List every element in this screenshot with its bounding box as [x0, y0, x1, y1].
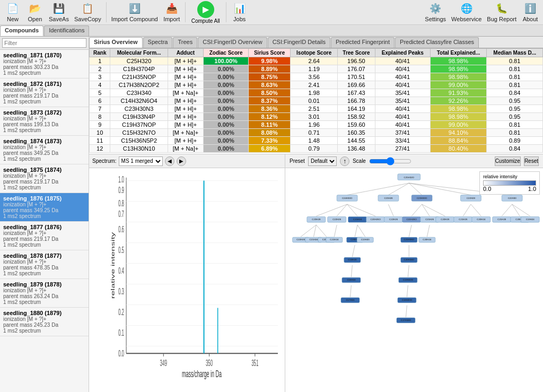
compound-mass: parent mass 263.24 Da: [3, 293, 85, 299]
about-icon: ℹ️: [524, 2, 537, 15]
table-row[interactable]: 8 C19H33N4P [M + H]+ 0.00% 8.12% 3.01 15…: [90, 113, 543, 121]
cell-adduct: [M + H]+: [168, 97, 204, 105]
cell-isotope: 3.56: [291, 73, 338, 81]
compound-item[interactable]: seedling_1875 (1874) ionization [M + ?]+…: [0, 164, 89, 193]
svg-text:0.1: 0.1: [118, 328, 124, 338]
table-row[interactable]: 5 C23H340 [M + Na]+ 0.00% 8.50% 1.98 167…: [90, 89, 543, 97]
filter-row: [0, 37, 89, 50]
table-row[interactable]: 9 C19H37NOP [M + H]+ 0.00% 8.11% 1.96 15…: [90, 121, 543, 129]
col-explained: Explained Peaks: [375, 49, 430, 57]
settings-icon: ⚙️: [429, 2, 442, 15]
compound-item[interactable]: seedling_1876 (1875) ionization [M + ?]+…: [0, 193, 89, 222]
cell-formula: C19H37NOP: [110, 121, 168, 129]
table-row[interactable]: 11 C15H36N5P2 [M + H]+ 0.00% 7.33% 1.48 …: [90, 137, 543, 145]
cell-isotope: 2.64: [291, 57, 338, 65]
cell-explained: 40/41: [375, 57, 430, 65]
compute-all-button[interactable]: ▶ Compute All: [188, 0, 223, 25]
compound-item[interactable]: seedling_1878 (1877) ionization [M + ?]+…: [0, 250, 89, 279]
cell-adduct: [M + H]+: [168, 81, 204, 89]
tab-spectra[interactable]: Spectra: [143, 37, 173, 48]
compound-ion: ionization [M + ?]+: [3, 173, 85, 179]
table-row[interactable]: 4 C17H38N2OP2 [M + H]+ 0.00% 8.63% 2.41 …: [90, 81, 543, 89]
svg-text:C20H24: C20H24: [477, 218, 486, 221]
compound-item[interactable]: seedling_1879 (1878) ionization [M + ?]+…: [0, 279, 89, 308]
compound-ion: ionization [M + ?]+: [3, 58, 85, 64]
spectrum-mode-select[interactable]: MS 1 merged MS 2 MS 1: [119, 156, 163, 166]
cell-isotope: 0.79: [291, 145, 338, 153]
compound-item[interactable]: seedling_1874 (1873) ionization [M + ?]+…: [0, 136, 89, 164]
cell-median: 0.84: [487, 145, 543, 153]
spectrum-svg: 0.0 0.1 0.2 0.3 0.4 0.5 0.6 0.7 0.8 0.9 …: [110, 172, 281, 379]
svg-text:C19H24: C19H24: [526, 218, 535, 221]
table-row[interactable]: 7 C23H30N3 [M + H]+ 0.00% 8.36% 2.51 164…: [90, 105, 543, 113]
webservice-button[interactable]: 🌐 Webservice: [449, 1, 484, 24]
cell-total-explained: 80.40%: [430, 145, 487, 153]
cell-median: 0.81: [487, 57, 543, 65]
settings-button[interactable]: ⚙️ Settings: [423, 1, 448, 24]
col-median: Median Mass D...: [487, 49, 543, 57]
table-row[interactable]: 2 C18H3704P [M + H]+ 0.00% 8.89% 1.19 17…: [90, 65, 543, 73]
svg-text:C22H26: C22H26: [332, 218, 341, 221]
tab-sirius-overview[interactable]: Sirius Overview: [89, 37, 143, 48]
compound-item[interactable]: seedling_1872 (1871) ionization [M + ?]+…: [0, 79, 89, 107]
spectrum-prev-button[interactable]: ◀: [165, 156, 174, 166]
compound-name: seedling_1880 (1879): [3, 310, 85, 316]
cell-isotope: 1.19: [291, 65, 338, 73]
compound-item[interactable]: seedling_1871 (1870) ionization [M + ?]+…: [0, 50, 89, 79]
svg-text:C18H20O: C18H20O: [402, 299, 413, 301]
cell-rank: 2: [90, 65, 110, 73]
customize-button[interactable]: Customize: [495, 156, 521, 166]
tab-trees[interactable]: Trees: [173, 37, 197, 48]
cell-adduct: [M + Na]+: [168, 89, 204, 97]
filter-input[interactable]: [2, 38, 86, 48]
open-button[interactable]: 📂 Open: [24, 1, 46, 24]
cell-total-explained: 98.98%: [430, 105, 487, 113]
tab-compounds[interactable]: Compounds: [0, 25, 43, 36]
import-button[interactable]: 📥 Import: [161, 1, 182, 24]
compound-spectra: 1 ms2 spectrum: [3, 299, 85, 305]
webservice-icon: 🌐: [460, 2, 473, 15]
spectrum-next-button[interactable]: ▶: [177, 156, 186, 166]
bug-report-button[interactable]: 🐛 Bug Report: [485, 1, 519, 24]
tab-predicted-fingerprint[interactable]: Predicted Fingerprint: [331, 37, 395, 48]
compound-item[interactable]: seedling_1873 (1872) ionization [M + ?]+…: [0, 107, 89, 136]
saveas-button[interactable]: 💾 SaveAs: [47, 1, 71, 24]
cell-tree: 170.51: [337, 73, 375, 81]
preset-select[interactable]: Default Small Large: [308, 156, 337, 166]
new-button[interactable]: 📄 New: [2, 1, 23, 24]
tab-csi-fingerid-details[interactable]: CSI:FingerID Details: [268, 37, 330, 48]
jobs-button[interactable]: 📊 Jobs: [229, 1, 250, 24]
cell-rank: 9: [90, 121, 110, 129]
compound-item[interactable]: seedling_1877 (1876) ionization [M + ?]+…: [0, 222, 89, 250]
svg-line-125: [407, 285, 408, 297]
export-tree-button[interactable]: ↑: [340, 156, 349, 166]
tab-csi-fingerid-overview[interactable]: CSI:FingerID Overview: [198, 37, 267, 48]
cell-total-explained: 98.98%: [430, 113, 487, 121]
cell-adduct: [M + H]+: [168, 73, 204, 81]
cell-zodiac: 0.00%: [204, 121, 249, 129]
cell-rank: 12: [90, 145, 110, 153]
compound-name: seedling_1875 (1874): [3, 167, 85, 173]
compound-spectra: 1 ms2 spectrum: [3, 70, 85, 76]
compound-ion: ionization [M + ?]+: [3, 316, 85, 322]
import-compound-button[interactable]: ⬇️ Import Compound: [109, 1, 160, 24]
svg-text:C17H18O: C17H18O: [401, 319, 411, 321]
about-button[interactable]: ℹ️ About: [520, 1, 541, 24]
table-row[interactable]: 3 C21H35NOP [M + H]+ 0.00% 8.75% 3.56 17…: [90, 73, 543, 81]
tree-panel: Preset Default Small Large ↑ Scale Custo…: [285, 154, 543, 392]
scale-slider[interactable]: [369, 157, 411, 165]
table-row[interactable]: 6 C14H32N6O4 [M + H]+ 0.00% 8.37% 0.01 1…: [90, 97, 543, 105]
compound-item[interactable]: seedling_1880 (1879) ionization [M + ?]+…: [0, 308, 89, 336]
cell-zodiac: 100.00%: [204, 57, 249, 65]
cell-total-explained: 98.98%: [430, 57, 487, 65]
savecopy-button[interactable]: 📋 SaveCopy: [72, 1, 103, 24]
table-row[interactable]: 10 C15H32N7O [M + Na]+ 0.00% 8.08% 0.71 …: [90, 129, 543, 137]
cell-isotope: 2.41: [291, 81, 338, 89]
table-row[interactable]: 12 C13H30N10 [M + Na]+ 0.00% 6.89% 0.79 …: [90, 145, 543, 153]
jobs-icon: 📊: [233, 2, 246, 15]
tab-predicted-classyfire[interactable]: Predicted Classyfire Classes: [395, 37, 479, 48]
tab-identifications[interactable]: Identifications: [44, 25, 89, 36]
reset-button[interactable]: Reset: [524, 156, 539, 166]
table-row[interactable]: 1 C25H320 [M + H]+ 100.00% 9.98% 2.64 19…: [90, 57, 543, 65]
cell-tree: 160.35: [337, 129, 375, 137]
